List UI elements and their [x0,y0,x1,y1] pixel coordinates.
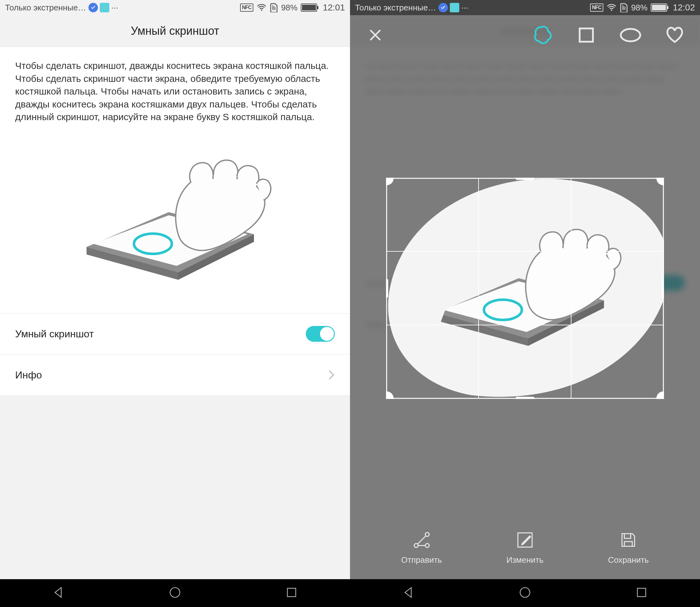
info-card: Чтобы сделать скриншот, дважды коснитесь… [0,47,350,314]
nav-recent-button[interactable] [285,586,299,601]
knuckle-illustration [15,136,335,301]
share-icon [412,530,431,549]
svg-point-0 [261,9,262,11]
close-button[interactable] [363,22,388,48]
wifi-icon [257,3,267,12]
nfc-icon: NFC [240,3,253,12]
carrier-label: Только экстренные… [5,3,86,13]
status-right-icons: NFC 98% 12:01 [240,2,345,13]
status-bar: Только экстренные… ··· NFC 98% 12:02 [350,0,700,15]
nav-back-button[interactable] [51,586,65,601]
svg-rect-3 [287,588,296,596]
shape-rectangle-button[interactable] [574,22,599,48]
smart-screenshot-toggle-label: Умный скриншот [15,328,306,340]
svg-point-14 [386,178,394,185]
shape-heart-button[interactable] [662,22,687,48]
svg-point-24 [425,543,429,548]
editor-bottom-actions: Отправить Изменить Сохранить [350,516,700,579]
status-clock: 12:02 [673,2,695,13]
info-row[interactable]: Инфо [0,355,350,396]
wifi-icon [607,3,617,12]
navigation-bar [350,579,700,607]
app-notification-icon [450,3,459,12]
chevron-right-icon [328,370,335,380]
page-title: Умный скриншот [0,15,350,47]
svg-rect-5 [579,28,593,42]
battery-icon [301,3,317,12]
notification-icons: ··· [438,3,468,13]
svg-point-17 [656,391,664,399]
app-notification-icon [100,3,109,12]
screen-screenshot-editor: ------------- — —— —— —— —— —— —— —— —— … [350,0,700,607]
nav-recent-button[interactable] [635,586,649,601]
svg-rect-20 [386,279,388,298]
status-right-icons: NFC 98% 12:02 [590,2,695,13]
share-button[interactable]: Отправить [401,530,442,565]
battery-icon [651,3,667,12]
status-clock: 12:01 [323,2,345,13]
nav-home-button[interactable] [168,586,182,601]
shape-oval-button[interactable] [618,22,643,48]
battery-percent: 98% [281,3,298,13]
save-label: Сохранить [608,555,649,565]
smart-screenshot-toggle-row[interactable]: Умный скриншот [0,314,350,355]
crop-frame[interactable] [386,178,664,399]
shape-selector [529,22,687,48]
edit-label: Изменить [506,555,543,565]
svg-point-26 [520,588,530,598]
svg-rect-18 [516,178,534,180]
info-row-label: Инфо [15,369,328,381]
svg-rect-27 [637,588,646,596]
svg-point-2 [170,588,180,598]
smart-screenshot-toggle[interactable] [306,326,335,342]
svg-point-16 [386,391,394,399]
svg-point-6 [621,29,640,41]
shape-freeform-button[interactable] [529,22,555,48]
edit-button[interactable]: Изменить [506,530,543,565]
crop-selection[interactable] [386,178,664,399]
notification-icons: ··· [88,3,118,13]
nav-home-button[interactable] [518,586,532,601]
edit-icon [516,530,534,549]
carrier-label: Только экстренные… [355,3,436,13]
navigation-bar [0,579,350,607]
save-icon [619,530,638,549]
smart-screenshot-description: Чтобы сделать скриншот, дважды коснитесь… [15,59,335,124]
svg-rect-21 [662,279,664,298]
more-notifications-icon: ··· [111,3,118,13]
more-notifications-icon: ··· [461,3,468,13]
nfc-icon: NFC [590,3,603,12]
editor-top-toolbar [350,15,700,55]
save-button[interactable]: Сохранить [608,530,649,565]
sim-icon [270,3,278,12]
svg-point-4 [611,9,612,11]
share-label: Отправить [401,555,442,565]
checkmark-icon [438,3,448,12]
nav-back-button[interactable] [401,586,415,601]
checkmark-icon [88,3,98,12]
svg-rect-19 [516,397,534,399]
svg-rect-9 [387,178,663,398]
screen-settings: Только экстренные… ··· NFC 98% 12:01 Умн… [0,0,350,607]
status-bar: Только экстренные… ··· NFC 98% 12:01 [0,0,350,15]
svg-point-15 [656,178,664,185]
sim-icon [620,3,628,12]
page-title-text: Умный скриншот [131,24,219,38]
battery-percent: 98% [631,3,648,13]
